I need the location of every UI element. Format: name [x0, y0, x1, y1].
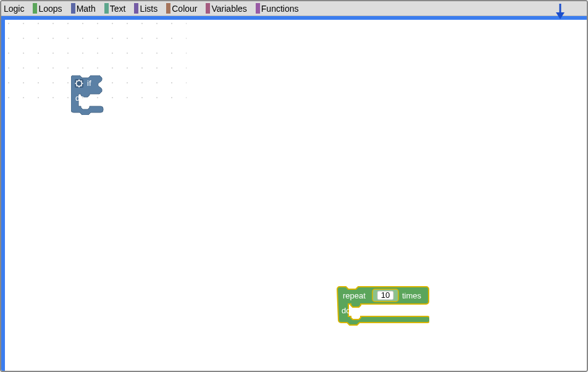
svg-line-10 [81, 81, 82, 82]
toolbox-swatch [33, 3, 37, 14]
toolbox-swatch [206, 3, 210, 14]
toolbox-swatch [256, 3, 260, 14]
repeat-count-input[interactable]: 10 [372, 289, 398, 302]
toolbox-category-variables[interactable]: Variables [206, 3, 246, 14]
selection-frame-left [1, 16, 5, 371]
repeat-block[interactable]: repeat 10 times do [337, 286, 429, 327]
toolbox-category-math[interactable]: Math [71, 3, 96, 14]
toolbox-swatch [134, 3, 138, 14]
toolbox-swatch [71, 3, 75, 14]
toolbox-label: Lists [140, 4, 158, 14]
toolbox-label: Text [110, 4, 126, 14]
toolbox-swatch [104, 3, 109, 14]
times-label: times [402, 291, 422, 300]
toolbox-category-functions[interactable]: Functions [256, 3, 299, 14]
svg-line-8 [77, 81, 78, 82]
toolbox-label: Logic [4, 4, 24, 14]
workspace-container: if do repeat 10 times do [1, 16, 587, 371]
toolbox-category-lists[interactable]: Lists [134, 3, 158, 14]
gear-icon[interactable] [75, 79, 83, 88]
selection-frame-top [1, 16, 587, 20]
blockly-toolbar: Logic Loops Math Text Lists Colour Varia… [1, 1, 587, 16]
toolbox-category-text[interactable]: Text [104, 3, 126, 14]
svg-line-11 [77, 85, 78, 87]
toolbox-category-loops[interactable]: Loops [33, 3, 62, 14]
toolbox-label: Colour [172, 4, 197, 14]
do-label: do [75, 93, 84, 103]
repeat-label: repeat [343, 291, 366, 300]
blockly-workspace[interactable]: if do repeat 10 times do [1, 16, 587, 371]
if-block[interactable]: if do [71, 75, 112, 115]
toolbox-category-logic[interactable]: Logic [4, 4, 24, 14]
toolbox-label: Loops [38, 4, 62, 14]
toolbox-label: Math [77, 4, 96, 14]
do-label: do [342, 306, 350, 315]
repeat-count-value: 10 [381, 290, 390, 300]
toolbox-label: Functions [261, 4, 299, 14]
toolbox-swatch [166, 3, 170, 14]
svg-line-9 [81, 85, 82, 87]
toolbox-label: Variables [211, 4, 246, 14]
if-label: if [87, 78, 91, 88]
toolbox-category-colour[interactable]: Colour [166, 3, 197, 14]
